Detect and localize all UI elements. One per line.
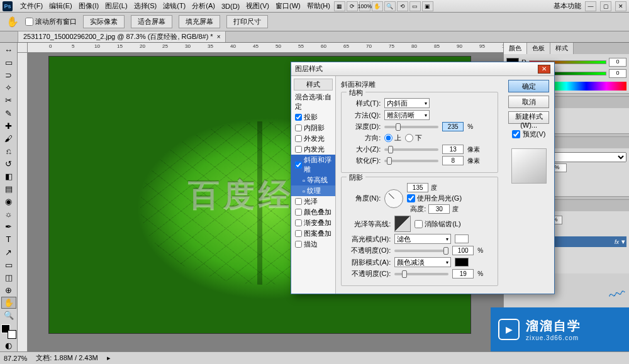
shape-tool[interactable]: ▭ (1, 259, 16, 271)
soften-value[interactable]: 8 (442, 156, 464, 165)
menu-image[interactable]: 图像(I) (76, 0, 101, 12)
style-texture[interactable]: ▫纹理 (291, 185, 335, 196)
type-tool[interactable]: T (1, 233, 16, 245)
fit-screen-button[interactable]: 适合屏幕 (131, 15, 172, 28)
style-dropshadow[interactable]: 投影 (291, 112, 335, 123)
style-innershadow[interactable]: 内阴影 (291, 123, 335, 133)
highlight-opacity-slider[interactable] (394, 250, 448, 252)
altitude-value[interactable]: 30 (428, 204, 450, 214)
style-gradientoverlay[interactable]: 渐变叠加 (291, 218, 335, 228)
depth-value[interactable]: 235 (442, 122, 464, 131)
r-value[interactable]: 0 (609, 58, 626, 67)
marquee-tool[interactable]: ▭ (1, 57, 16, 69)
lasso-tool[interactable]: ⊃ (1, 69, 16, 81)
style-innerglow[interactable]: 内发光 (291, 144, 335, 155)
g-value[interactable]: 0 (609, 69, 626, 78)
style-contour[interactable]: ▫等高线 (291, 175, 335, 185)
global-light-checkbox[interactable]: 使用全局光(G) (407, 194, 467, 203)
antialias-checkbox[interactable]: 消除锯齿(L) (415, 219, 460, 229)
highlight-opacity-value[interactable]: 100 (452, 246, 474, 255)
tab-swatches[interactable]: 色板 (527, 43, 550, 54)
history-brush-tool[interactable]: ↺ (1, 158, 16, 170)
shadow-opacity-value[interactable]: 19 (452, 269, 474, 279)
menu-help[interactable]: 帮助(H) (304, 0, 333, 12)
style-dropdown[interactable]: 内斜面 (384, 98, 430, 108)
bridge-icon[interactable]: ▦ (334, 1, 345, 11)
size-slider[interactable] (384, 148, 438, 151)
maximize-icon[interactable]: ▢ (600, 1, 611, 11)
fill-screen-button[interactable]: 填充屏幕 (179, 15, 220, 28)
menu-window[interactable]: 窗口(W) (273, 0, 303, 12)
menu-layer[interactable]: 图层(L) (103, 0, 130, 12)
shadow-color[interactable] (455, 258, 469, 267)
menu-filter[interactable]: 滤镜(T) (160, 0, 188, 12)
dir-up-radio[interactable]: 上 (384, 133, 401, 143)
zoom-tool[interactable]: 🔍 (1, 309, 16, 321)
document-tab[interactable]: 2531170_15000296200_2.jpg @ 87.3% (百度经验,… (18, 31, 226, 42)
menu-edit[interactable]: 编辑(E) (47, 0, 75, 12)
menu-analysis[interactable]: 分析(A) (189, 0, 218, 12)
print-size-button[interactable]: 打印尺寸 (226, 15, 268, 28)
tab-styles[interactable]: 样式 (550, 43, 574, 54)
shadow-opacity-slider[interactable] (394, 273, 448, 275)
dodge-tool[interactable]: ☼ (1, 208, 16, 220)
blur-tool[interactable]: ◉ (1, 196, 16, 207)
fx-badge[interactable]: fx (615, 239, 619, 245)
technique-dropdown[interactable]: 雕刻清晰 (384, 110, 430, 120)
stamp-tool[interactable]: ⎌ (1, 145, 16, 157)
heal-tool[interactable]: ✚ (1, 120, 16, 132)
style-bevel[interactable]: 斜面和浮雕 (291, 155, 335, 175)
new-style-button[interactable]: 新建样式(W)... (508, 111, 549, 124)
arrange-icon[interactable]: ▭ (409, 1, 421, 11)
close-icon[interactable]: ✕ (615, 1, 626, 11)
actual-pixels-button[interactable]: 实际像素 (83, 15, 125, 28)
highlight-color[interactable] (455, 234, 469, 243)
tab-close-icon[interactable]: × (217, 33, 221, 40)
size-value[interactable]: 13 (442, 145, 464, 154)
dialog-close-icon[interactable]: ✕ (538, 65, 550, 74)
eraser-tool[interactable]: ◧ (1, 170, 16, 182)
angle-value[interactable]: 135 (407, 183, 428, 192)
depth-slider[interactable] (384, 126, 438, 128)
shadow-mode-dropdown[interactable]: 颜色减淡 (394, 257, 451, 267)
wand-tool[interactable]: ✧ (1, 82, 16, 94)
brush-tool[interactable]: 🖌 (1, 133, 16, 145)
menu-select[interactable]: 选择(S) (131, 0, 160, 12)
highlight-mode-dropdown[interactable]: 滤色 (394, 234, 451, 244)
ok-button[interactable]: 确定 (508, 80, 549, 92)
style-outerglow[interactable]: 外发光 (291, 133, 335, 144)
tab-color[interactable]: 颜色 (504, 43, 527, 54)
crop-tool[interactable]: ✂ (1, 94, 16, 106)
path-tool[interactable]: ↗ (1, 246, 16, 258)
camera-tool[interactable]: ⊕ (1, 284, 16, 296)
menu-file[interactable]: 文件(F) (18, 0, 45, 12)
history-icon[interactable]: ⟳ (347, 1, 358, 11)
zoom-dropdown[interactable]: 100% (359, 1, 370, 11)
angle-dial[interactable] (384, 189, 403, 208)
status-docsize[interactable]: 文档: 1.88M / 2.43M (36, 353, 97, 363)
scroll-all-checkbox[interactable]: 滚动所有窗口 (25, 17, 77, 26)
rotate-icon[interactable]: ⟲ (397, 1, 408, 11)
style-satin[interactable]: 光泽 (291, 196, 335, 207)
menu-view[interactable]: 视图(V) (243, 0, 272, 12)
eyedropper-tool[interactable]: ✎ (1, 107, 16, 119)
status-zoom[interactable]: 87.27% (4, 355, 27, 362)
dir-down-radio[interactable]: 下 (405, 133, 422, 143)
style-stroke[interactable]: 描边 (291, 239, 335, 250)
dialog-titlebar[interactable]: 图层样式 ✕ (291, 62, 554, 76)
styles-header[interactable]: 样式 (294, 79, 333, 91)
blend-options-row[interactable]: 混合选项:自定 (291, 92, 335, 112)
color-swatches[interactable] (1, 324, 16, 339)
minimize-icon[interactable]: — (585, 1, 596, 11)
3d-tool[interactable]: ◫ (1, 272, 16, 284)
quickmask-tool[interactable]: ◐ (1, 339, 16, 351)
gradient-tool[interactable]: ▤ (1, 183, 16, 195)
hand-tool-icon[interactable]: ✋ (6, 16, 19, 28)
menu-3d[interactable]: 3D(D) (219, 1, 242, 11)
move-tool[interactable]: ↔ (1, 44, 16, 56)
workspace-label[interactable]: 基本功能 (554, 1, 581, 11)
style-patternoverlay[interactable]: 图案叠加 (291, 228, 335, 239)
hand-shortcut-icon[interactable]: ✋ (372, 1, 383, 11)
hand-tool[interactable]: ✋ (1, 297, 16, 309)
status-arrow-icon[interactable]: ▸ (107, 354, 111, 362)
